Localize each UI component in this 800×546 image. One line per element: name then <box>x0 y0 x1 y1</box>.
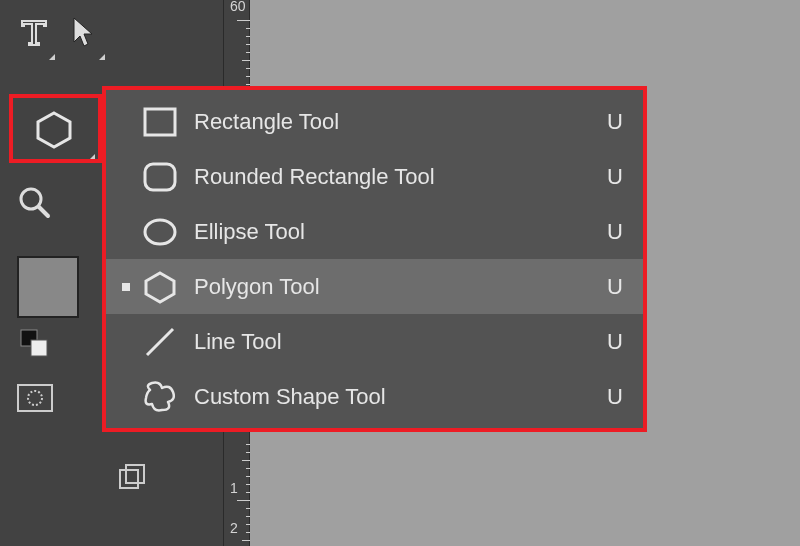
flyout-item-custom-shape[interactable]: Custom Shape Tool U <box>106 369 643 424</box>
svg-rect-10 <box>145 164 175 190</box>
flyout-item-ellipse[interactable]: Ellipse Tool U <box>106 204 643 259</box>
line-icon <box>136 325 184 359</box>
flyout-indicator-icon <box>49 54 55 60</box>
artboard-tool[interactable] <box>110 455 154 499</box>
flyout-item-rectangle[interactable]: Rectangle Tool U <box>106 94 643 149</box>
flyout-item-shortcut: U <box>593 384 623 410</box>
shape-tool-flyout: Rectangle Tool U Rounded Rectangle Tool … <box>102 86 647 432</box>
tab-strip <box>110 455 154 499</box>
cursor-icon <box>70 16 98 48</box>
flyout-item-shortcut: U <box>593 164 623 190</box>
annotation-highlight-tool <box>9 94 102 163</box>
foreground-color-swatch[interactable] <box>17 256 79 318</box>
quick-mask-tool[interactable] <box>17 384 109 412</box>
swap-colors[interactable] <box>19 328 109 358</box>
flyout-item-shortcut: U <box>593 109 623 135</box>
svg-line-13 <box>147 329 173 355</box>
move-tool[interactable] <box>59 0 109 64</box>
svg-rect-7 <box>120 470 138 488</box>
rectangle-icon <box>136 107 184 137</box>
flyout-item-label: Rectangle Tool <box>184 109 593 135</box>
svg-rect-9 <box>145 109 175 135</box>
default-colors-icon <box>19 328 49 358</box>
zoom-tool[interactable] <box>9 170 59 234</box>
svg-rect-4 <box>31 340 47 356</box>
flyout-item-line[interactable]: Line Tool U <box>106 314 643 369</box>
custom-shape-icon <box>136 380 184 414</box>
quick-mask-icon <box>17 384 53 412</box>
flyout-indicator-icon <box>99 54 105 60</box>
svg-point-6 <box>28 391 42 405</box>
rounded-rectangle-icon <box>136 162 184 192</box>
svg-line-2 <box>39 207 48 216</box>
polygon-icon <box>136 270 184 304</box>
svg-marker-12 <box>146 273 174 302</box>
flyout-item-shortcut: U <box>593 219 623 245</box>
selected-marker-icon <box>122 283 130 291</box>
ellipse-icon <box>136 217 184 247</box>
type-icon <box>19 17 49 47</box>
flyout-item-label: Rounded Rectangle Tool <box>184 164 593 190</box>
tools-column <box>9 0 109 412</box>
flyout-item-label: Custom Shape Tool <box>184 384 593 410</box>
flyout-item-shortcut: U <box>593 329 623 355</box>
flyout-item-rounded-rectangle[interactable]: Rounded Rectangle Tool U <box>106 149 643 204</box>
flyout-item-label: Ellipse Tool <box>184 219 593 245</box>
layers-icon <box>117 462 147 492</box>
type-tool[interactable] <box>9 0 59 64</box>
svg-rect-5 <box>18 385 52 411</box>
svg-point-11 <box>145 220 175 244</box>
flyout-item-label: Line Tool <box>184 329 593 355</box>
flyout-item-shortcut: U <box>593 274 623 300</box>
svg-rect-8 <box>126 465 144 483</box>
flyout-item-label: Polygon Tool <box>184 274 593 300</box>
flyout-item-polygon[interactable]: Polygon Tool U <box>106 259 643 314</box>
magnifier-icon <box>17 185 51 219</box>
